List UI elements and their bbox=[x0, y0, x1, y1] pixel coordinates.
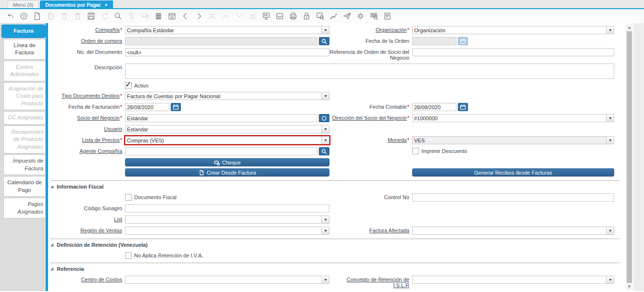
save-icon[interactable] bbox=[84, 11, 98, 22]
sidebar-item-impuesto-de-factura[interactable]: Impuesto de Factura bbox=[3, 154, 46, 175]
scroll-down-icon[interactable]: ▼ bbox=[626, 283, 633, 290]
record-search-button[interactable] bbox=[319, 147, 329, 155]
direccion-socio-input[interactable] bbox=[412, 114, 606, 122]
imprimir-descuento-checkbox[interactable] bbox=[412, 148, 419, 154]
usuario-label[interactable]: Usuario bbox=[48, 125, 125, 132]
region-ventas-input[interactable] bbox=[125, 227, 321, 235]
chevron-down-icon[interactable] bbox=[321, 136, 329, 144]
organizacion-label[interactable]: Organización bbox=[329, 26, 412, 33]
section-retencion[interactable]: Definición de Retención (Venezuela) bbox=[51, 242, 623, 248]
control-no-input[interactable] bbox=[412, 193, 614, 202]
lista-precios-input[interactable] bbox=[125, 136, 321, 144]
vertical-scrollbar[interactable]: ▲ ▼ bbox=[626, 24, 633, 290]
print-preview-icon[interactable] bbox=[313, 11, 327, 22]
moneda-combobox[interactable] bbox=[412, 136, 614, 144]
preferences-icon[interactable] bbox=[354, 11, 367, 22]
tipo-documento-destino-label[interactable]: Tipo Documento Destino bbox=[48, 92, 125, 99]
calendar-picker-icon[interactable] bbox=[458, 103, 468, 111]
chevron-down-icon[interactable] bbox=[321, 216, 329, 224]
new-record-icon[interactable] bbox=[30, 11, 44, 22]
print-icon[interactable] bbox=[286, 11, 300, 22]
activo-checkbox[interactable]: ✓ bbox=[125, 82, 132, 89]
send-mail-icon[interactable] bbox=[340, 11, 354, 22]
concepto-islr-combobox[interactable] bbox=[412, 276, 614, 284]
workflow-icon[interactable] bbox=[327, 11, 340, 22]
descripcion-textarea[interactable] bbox=[125, 63, 614, 79]
compania-input[interactable] bbox=[125, 26, 321, 34]
chevron-down-icon[interactable] bbox=[321, 26, 329, 34]
help-icon[interactable]: ? bbox=[17, 11, 30, 22]
chevron-down-icon[interactable] bbox=[606, 227, 614, 235]
chevron-down-icon[interactable] bbox=[321, 227, 329, 235]
no-del-documento-input[interactable] bbox=[125, 48, 329, 56]
calendar-icon[interactable]: 31 bbox=[165, 11, 178, 22]
chevron-down-icon[interactable] bbox=[606, 136, 614, 144]
usuario-combobox[interactable] bbox=[125, 125, 329, 133]
next-record-icon[interactable] bbox=[192, 11, 205, 22]
fecha-contable-input[interactable] bbox=[412, 103, 456, 111]
sidebar-item-pagos-asignados[interactable]: Pagos Asignados bbox=[3, 198, 46, 218]
close-icon[interactable]: × bbox=[105, 2, 108, 8]
scrollbar-thumb[interactable] bbox=[627, 31, 632, 283]
list-input[interactable] bbox=[125, 216, 321, 224]
tab-documentos-por-pagar[interactable]: Documentos por Pagar × bbox=[40, 0, 113, 8]
chevron-down-icon[interactable] bbox=[606, 276, 614, 284]
fecha-facturacion-input[interactable] bbox=[125, 103, 169, 111]
socio-negocio-label[interactable]: Socio del Negocio bbox=[48, 114, 125, 121]
centro-costos-input[interactable] bbox=[125, 276, 321, 284]
sidebar-item-factura[interactable]: Factura bbox=[1, 25, 46, 38]
business-partner-info-button[interactable] bbox=[319, 114, 329, 122]
compania-label[interactable]: Compañía bbox=[48, 26, 125, 33]
generar-recibos-button[interactable]: Generar Recibos desde Facturas bbox=[412, 168, 614, 177]
concepto-islr-label[interactable]: Concepto de Retención de I.S.L.R bbox=[329, 276, 412, 288]
tipo-documento-destino-input[interactable] bbox=[125, 92, 321, 100]
codigo-sunagro-input[interactable] bbox=[125, 204, 329, 213]
sidebar-item-calendario-de-pago[interactable]: Calendario de Pago bbox=[3, 176, 46, 197]
moneda-label[interactable]: Moneda bbox=[329, 136, 412, 143]
referencia-orden-input[interactable] bbox=[412, 48, 614, 56]
list-label[interactable]: List bbox=[48, 216, 125, 222]
tipo-documento-destino-combobox[interactable] bbox=[125, 92, 329, 100]
sidebar-item-linea-de-factura[interactable]: Línea de Factura bbox=[3, 39, 46, 60]
organizacion-input[interactable] bbox=[412, 26, 606, 34]
socio-negocio-input[interactable] bbox=[125, 114, 317, 122]
moneda-input[interactable] bbox=[412, 136, 606, 144]
agente-compania-input[interactable] bbox=[125, 147, 317, 155]
previous-record-icon[interactable] bbox=[178, 11, 192, 22]
concepto-islr-input[interactable] bbox=[412, 276, 606, 284]
lock-icon[interactable] bbox=[300, 11, 313, 22]
documento-fiscal-checkbox[interactable] bbox=[125, 194, 132, 201]
orden-de-compra-label[interactable]: Orden de compra bbox=[48, 37, 125, 44]
lista-precios-combobox[interactable] bbox=[125, 136, 329, 144]
chevron-down-icon[interactable] bbox=[321, 276, 329, 284]
grid-toggle-icon[interactable] bbox=[152, 11, 165, 22]
chevron-down-icon[interactable] bbox=[606, 26, 614, 34]
tab-menu[interactable]: Menú (9) bbox=[8, 0, 38, 8]
calendar-picker-icon[interactable] bbox=[171, 103, 181, 111]
barcode-search-icon[interactable] bbox=[367, 11, 380, 22]
section-referencia[interactable]: Referencia bbox=[51, 266, 623, 272]
centro-costos-combobox[interactable] bbox=[125, 276, 329, 284]
lista-precios-label[interactable]: Lista de Precios bbox=[48, 136, 125, 143]
region-ventas-label[interactable]: Región de Ventas bbox=[48, 227, 125, 233]
direccion-socio-combobox[interactable] bbox=[412, 114, 614, 122]
list-combobox[interactable] bbox=[125, 216, 329, 224]
usuario-input[interactable] bbox=[125, 125, 321, 133]
chevron-down-icon[interactable] bbox=[606, 114, 614, 122]
direccion-socio-label[interactable]: Dirección del Socio del Negocio bbox=[329, 114, 412, 121]
report-icon[interactable] bbox=[259, 11, 273, 22]
agente-compania-label[interactable]: Agente Compañía bbox=[48, 147, 125, 154]
section-informacion-fiscal[interactable]: Informacion Fiscal bbox=[51, 184, 623, 190]
compania-combobox[interactable] bbox=[125, 26, 329, 34]
factura-afectada-label[interactable]: Factura Afectada bbox=[329, 227, 412, 233]
chevron-down-icon[interactable] bbox=[321, 125, 329, 133]
crear-desde-factura-button[interactable]: Crear Desde Factura bbox=[125, 168, 329, 177]
chevron-down-icon[interactable] bbox=[321, 92, 329, 100]
undo-icon[interactable] bbox=[3, 11, 17, 22]
factura-afectada-combobox[interactable] bbox=[412, 227, 614, 235]
organizacion-combobox[interactable] bbox=[412, 26, 614, 34]
document-report-icon[interactable] bbox=[380, 11, 394, 22]
centro-costos-label[interactable]: Centro de Costos bbox=[48, 276, 125, 282]
factura-afectada-input[interactable] bbox=[412, 227, 606, 235]
cheque-button[interactable]: Cheque bbox=[125, 158, 329, 166]
